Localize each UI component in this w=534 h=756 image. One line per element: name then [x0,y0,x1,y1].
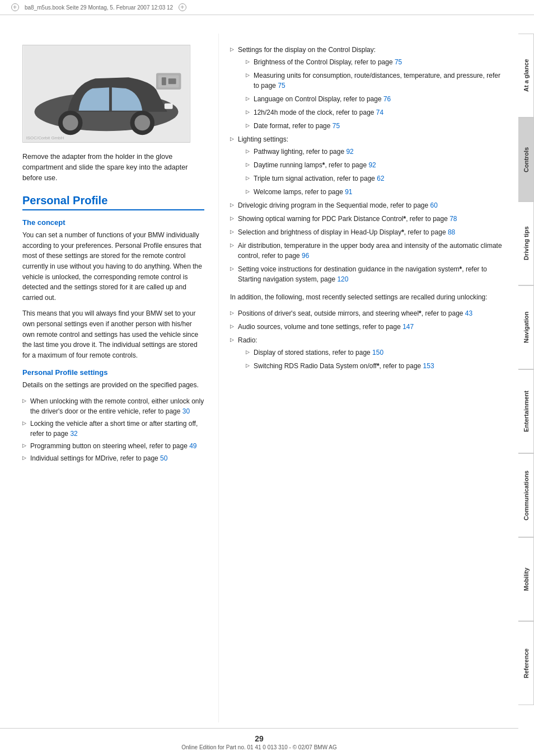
left-bullet-list: When unlocking with the remote control, … [22,396,204,463]
page-link-75a[interactable]: 75 [395,58,402,66]
top-bar-text: ba8_m5us.book Seite 29 Montag, 5. Februa… [25,4,173,11]
list-item-drivelogic: Drivelogic driving program in the Sequen… [230,200,507,210]
list-item: Display of stored stations, refer to pag… [238,348,507,358]
tab-communications[interactable]: Communications [518,453,534,537]
page-link-78[interactable]: 78 [449,215,457,223]
list-item-text: Individual settings for MDrive, refer to… [30,454,167,462]
svg-point-3 [63,115,78,131]
tab-mobility[interactable]: Mobility [518,537,534,621]
list-item: Date format, refer to page 75 [238,121,507,131]
car-image-svg: ISOC/Corbit GmbH [23,45,190,142]
list-item: Measuring units for consumption, route/d… [238,71,507,91]
page-link-75b[interactable]: 75 [278,82,285,90]
svg-rect-9 [162,77,166,85]
footer-text: Online Edition for Part no. 01 41 0 013 … [181,744,337,750]
page-link-62[interactable]: 62 [377,175,384,182]
adapter-text: Remove the adapter from the holder in th… [22,152,204,183]
tab-controls[interactable]: Controls [518,118,534,201]
page-link-91[interactable]: 91 [345,188,352,196]
page-link-32[interactable]: 32 [70,430,77,438]
lighting-label: Lighting settings: [238,135,288,143]
page-link-75c[interactable]: 75 [332,122,340,130]
list-item: Pathway lighting, refer to page 92 [238,147,507,157]
settings-subheading: Personal Profile settings [22,368,204,377]
page-link-147[interactable]: 147 [402,323,414,331]
list-item: Daytime running lamps*, refer to page 92 [238,160,507,170]
right-column: Settings for the display on the Control … [218,34,518,722]
list-item-air: Air distribution, temperature in the upp… [230,241,507,261]
page-link-60[interactable]: 60 [430,201,438,209]
page-link-150[interactable]: 150 [372,349,383,356]
sidebar-tabs: At a glance Controls Driving tips Naviga… [518,34,534,705]
page-link-92a[interactable]: 92 [346,148,353,156]
page-link-92b[interactable]: 92 [368,161,376,169]
list-item-audio: Audio sources, volume and tone settings,… [230,322,507,332]
display-settings-label: Settings for the display on the Control … [238,46,376,54]
list-item: Programming button on steering wheel, re… [22,441,204,451]
page-link-96[interactable]: 96 [302,252,309,260]
concept-subheading: The concept [22,218,204,227]
list-item-radio: Radio: Display of stored stations, refer… [230,335,507,371]
right-bullet-list: Settings for the display on the Control … [230,45,507,284]
list-item: When unlocking with the remote control, … [22,396,204,416]
list-item-pdc: Showing optical warning for PDC Park Dis… [230,214,507,224]
page-number: 29 [255,734,264,743]
list-item-text: Locking the vehicle after a short time o… [30,420,198,438]
reg-mark-left [11,3,19,11]
tab-at-a-glance[interactable]: At a glance [518,34,534,118]
svg-text:ISOC/Corbit GmbH: ISOC/Corbit GmbH [26,135,64,140]
left-column: ISOC/Corbit GmbH Remove the adapter from… [0,34,218,722]
list-item: Brightness of the Control Display, refer… [238,57,507,67]
list-item-seats: Positions of driver's seat, outside mirr… [230,308,507,318]
list-item: Individual settings for MDrive, refer to… [22,453,204,463]
list-item: 12h/24h mode of the clock, refer to page… [238,107,507,118]
list-item-text: Programming button on steering wheel, re… [30,442,197,450]
page-link-120[interactable]: 120 [337,275,348,283]
radio-label: Radio: [238,336,257,344]
svg-rect-10 [168,78,176,84]
tab-driving-tips[interactable]: Driving tips [518,201,534,285]
list-item-lighting: Lighting settings: Pathway lighting, ref… [230,134,507,197]
list-item-display-settings: Settings for the display on the Control … [230,45,507,131]
top-bar: ba8_m5us.book Seite 29 Montag, 5. Februa… [0,0,534,15]
recall-list: Positions of driver's seat, outside mirr… [230,308,507,371]
main-content: ISOC/Corbit GmbH Remove the adapter from… [0,34,518,722]
display-sub-list: Brightness of the Control Display, refer… [238,57,507,131]
page-link-153[interactable]: 153 [423,362,434,370]
list-item: Welcome lamps, refer to page 91 [238,187,507,197]
list-item: Locking the vehicle after a short time o… [22,419,204,439]
recall-intro: In addition, the following, most recentl… [230,292,507,303]
page-link-43[interactable]: 43 [465,309,472,317]
concept-para1: You can set a number of functions of you… [22,230,204,303]
tab-entertainment[interactable]: Entertainment [518,369,534,453]
list-item: Triple turn signal activation, refer to … [238,173,507,184]
page-link-49[interactable]: 49 [189,442,196,450]
settings-intro: Details on the settings are provided on … [22,380,204,391]
lighting-sub-list: Pathway lighting, refer to page 92 Dayti… [238,147,507,197]
list-item-text: When unlocking with the remote control, … [30,397,204,415]
concept-para2: This means that you will always find you… [22,308,204,360]
page-link-50[interactable]: 50 [160,454,167,462]
tab-reference[interactable]: Reference [518,621,534,705]
tab-navigation[interactable]: Navigation [518,285,534,369]
reg-mark-right [179,3,186,11]
list-item-voice: Setting voice instructions for destinati… [230,264,507,284]
svg-point-5 [134,115,150,131]
page-link-76[interactable]: 76 [383,95,391,103]
list-item: Switching RDS Radio Data System on/off*,… [238,361,507,371]
svg-rect-6 [165,104,173,109]
page-container: ba8_m5us.book Seite 29 Montag, 5. Februa… [0,0,534,756]
page-link-88[interactable]: 88 [448,228,455,236]
list-item: Language on Control Display, refer to pa… [238,94,507,104]
page-link-74[interactable]: 74 [376,109,383,116]
page-link-30[interactable]: 30 [182,407,190,415]
page-footer: 29 Online Edition for Part no. 01 41 0 0… [0,728,518,756]
radio-sub-list: Display of stored stations, refer to pag… [238,348,507,371]
car-image-box: ISOC/Corbit GmbH [22,45,190,143]
personal-profile-heading: Personal Profile [22,194,204,210]
list-item-headup: Selection and brightness of display in H… [230,227,507,237]
